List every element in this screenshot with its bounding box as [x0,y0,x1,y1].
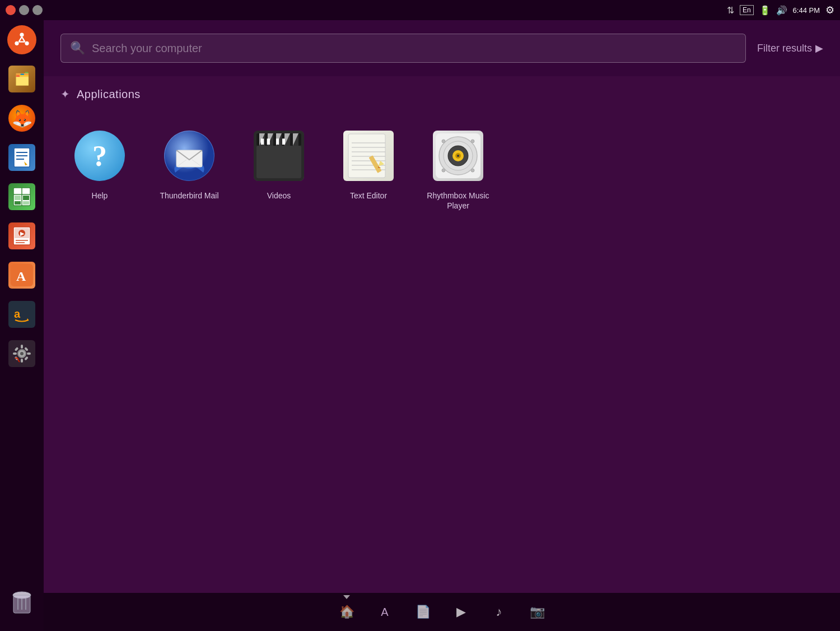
app-item-help[interactable]: ? Help [60,123,139,216]
videos-app-icon: ▐▌▐▌ ▐▌▐▌ [254,131,304,181]
svg-rect-55 [256,146,301,178]
sidebar-item-system-settings[interactable] [4,336,39,371]
dock-item-music[interactable]: ♪ [487,600,511,624]
firefox-icon: 🦊 [8,105,35,132]
texteditor-app-icon [343,131,394,181]
rhythmbox-app-icon [433,131,483,181]
svg-point-77 [471,169,474,172]
photos-dock-icon: 📷 [530,605,545,619]
svg-text:A: A [16,269,26,284]
software-center-icon: A [8,262,35,289]
sidebar-item-firefox[interactable]: 🦊 [4,101,39,136]
search-box[interactable]: 🔍 [60,34,746,63]
applications-section-icon: ✦ [60,87,70,101]
svg-point-3 [25,41,29,45]
sort-icon: ⇅ [727,5,734,16]
svg-point-76 [442,169,445,172]
svg-rect-15 [23,196,29,200]
volume-icon[interactable]: 🔊 [776,5,787,16]
music-dock-icon: ♪ [496,605,502,619]
svg-rect-14 [15,196,21,200]
app-item-thunderbird[interactable]: Thunderbird Mail [150,123,228,216]
sidebar-item-calc[interactable] [4,179,39,214]
language-indicator[interactable]: En [740,5,754,15]
svg-rect-16 [15,201,21,205]
rhythmbox-app-label: Rhythmbox Music Player [424,191,492,211]
svg-rect-30 [21,345,23,349]
main-content: ✦ Applications ? Help [44,76,840,593]
videos-app-icon-wrap: ▐▌▐▌ ▐▌▐▌ [252,129,306,183]
dock-item-home[interactable]: 🏠 [334,600,359,624]
search-icon: 🔍 [70,41,85,55]
writer-icon [8,144,35,171]
dock-item-video[interactable]: ▶ [449,600,473,624]
svg-rect-7 [14,148,30,167]
close-button[interactable] [6,5,16,15]
battery-icon: 🔋 [759,5,771,16]
files-dock-icon: 📄 [416,605,431,619]
sidebar-item-software-center[interactable]: A [4,258,39,293]
system-settings-icon [8,340,35,367]
app-item-rhythmbox[interactable]: Rhythmbox Music Player [419,123,497,216]
texteditor-app-label: Text Editor [350,191,387,201]
sidebar-item-file-manager[interactable]: 🗂️ [4,62,39,96]
help-app-label: Help [92,191,108,201]
video-dock-icon: ▶ [456,605,466,619]
search-area: 🔍 Filter results ▶ [44,20,840,76]
shade-button[interactable] [32,5,43,15]
calc-icon [8,183,35,210]
sidebar-item-writer[interactable] [4,140,39,175]
window-controls [6,5,43,15]
impress-icon: ▶ [8,222,35,249]
help-app-icon-wrap: ? [73,129,127,183]
thunderbird-app-label: Thunderbird Mail [160,191,218,201]
app-item-videos[interactable]: ▐▌▐▌ ▐▌▐▌ Videos [240,123,318,216]
apps-dock-icon: A [381,606,388,619]
ubuntu-logo [7,25,36,54]
dock-item-photos[interactable]: 📷 [525,600,549,624]
applications-section-label: Applications [77,88,141,101]
file-manager-icon: 🗂️ [8,66,35,92]
svg-rect-31 [21,359,23,363]
sidebar-item-amazon[interactable]: a [4,297,39,332]
home-dock-icon: 🏠 [339,605,354,619]
rhythmbox-app-icon-wrap [431,129,485,183]
filter-results-arrow: ▶ [815,42,823,54]
svg-point-73 [457,155,459,157]
app-item-texteditor[interactable]: Text Editor [329,123,408,216]
svg-rect-33 [27,352,31,355]
dock-item-apps[interactable]: A [372,600,397,624]
svg-text:▶: ▶ [20,231,25,236]
clock: 6:44 PM [793,6,820,15]
thunderbird-app-icon-wrap [162,129,216,183]
svg-text:▐▌▐▌ ▐▌▐▌: ▐▌▐▌ ▐▌▐▌ [259,138,287,145]
help-app-icon: ? [74,131,125,181]
minimize-button[interactable] [19,5,29,15]
svg-text:a: a [14,308,21,320]
apps-grid: ? Help [60,118,823,222]
texteditor-app-icon-wrap [342,129,395,183]
system-tray: ⇅ En 🔋 🔊 6:44 PM ⚙ [727,4,834,16]
dock-item-files[interactable]: 📄 [410,600,435,624]
search-input[interactable] [92,42,736,55]
filter-results-label: Filter results [757,43,812,54]
videos-app-label: Videos [267,191,291,201]
sidebar-item-ubuntu-home[interactable] [4,22,39,57]
svg-point-2 [15,41,18,45]
svg-point-1 [20,33,24,36]
sidebar: 🗂️ 🦊 [0,20,44,631]
sidebar-item-trash[interactable] [4,585,39,620]
system-settings-icon[interactable]: ⚙ [825,4,834,16]
svg-point-74 [442,140,445,143]
thunderbird-app-icon [164,131,214,181]
applications-section-header: ✦ Applications [60,87,823,101]
top-bar: ⇅ En 🔋 🔊 6:44 PM ⚙ [0,0,840,20]
trash-icon [7,588,36,617]
amazon-icon: a [8,301,35,328]
svg-point-75 [471,140,474,143]
filter-results-button[interactable]: Filter results ▶ [757,42,823,54]
svg-point-29 [20,352,24,355]
sidebar-bottom [4,583,39,625]
sidebar-item-impress[interactable]: ▶ [4,219,39,253]
svg-rect-32 [13,352,17,355]
